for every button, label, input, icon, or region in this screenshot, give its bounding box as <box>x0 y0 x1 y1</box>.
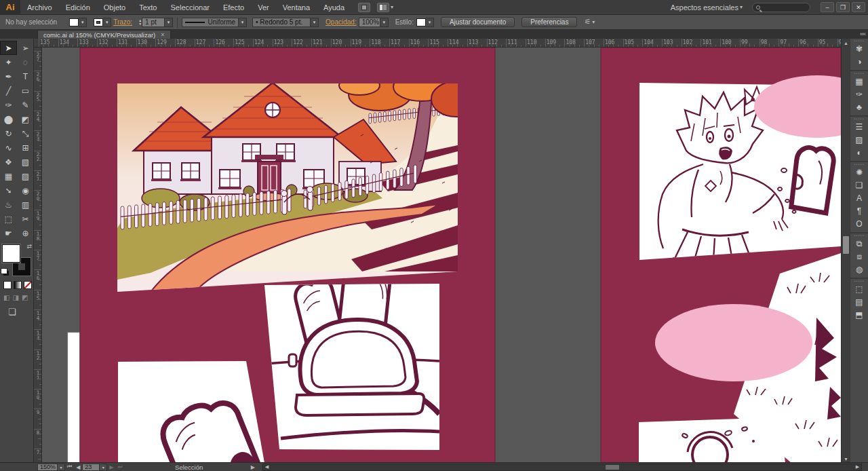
close-button[interactable]: ✕ <box>852 2 865 12</box>
default-fill-stroke-icon[interactable] <box>1 268 7 274</box>
appearance-panel-icon[interactable]: ✺ <box>850 166 868 178</box>
next-artboard-icon[interactable]: ▶ <box>109 464 113 470</box>
gradient-panel-icon[interactable]: ▨ <box>850 133 868 146</box>
pen-tool[interactable]: ✒ <box>0 69 17 83</box>
stroke-color-dropdown[interactable]: ▾ <box>103 18 111 27</box>
toast-panel[interactable] <box>118 361 267 463</box>
zoom-dropdown[interactable]: ▾ <box>58 464 65 471</box>
draw-inside-icon[interactable]: ◩ <box>22 294 28 301</box>
type-tool[interactable]: T <box>17 69 34 83</box>
selection-tool[interactable]: ➤ <box>0 41 17 55</box>
symbol-sprayer-tool[interactable]: ♨ <box>0 197 17 212</box>
live-paint-selection-tool[interactable]: ▧ <box>17 155 34 169</box>
menu-ventana[interactable]: Ventana <box>276 3 317 12</box>
menu-texto[interactable]: Texto <box>132 3 163 12</box>
line-segment-tool[interactable]: ╱ <box>0 83 17 98</box>
menu-archivo[interactable]: Archivo <box>20 3 59 12</box>
pencil-tool[interactable]: ✎ <box>17 98 34 112</box>
speech-bubble-large[interactable] <box>655 304 812 381</box>
fill-proxy-swatch[interactable] <box>2 244 20 263</box>
artboard-dropdown[interactable]: ▾ <box>100 464 107 471</box>
search-input[interactable] <box>752 3 810 12</box>
graphic-styles-panel-icon[interactable]: ❏ <box>850 178 868 191</box>
opentype-panel-icon[interactable]: O <box>850 217 868 230</box>
bottom-right-panel[interactable] <box>639 417 785 463</box>
menu-seleccionar[interactable]: Seleccionar <box>163 3 216 12</box>
control-extra-dropdown[interactable]: ▾ <box>592 19 595 25</box>
brushes-panel-icon[interactable]: ✑ <box>850 88 868 100</box>
last-artboard-icon[interactable]: ⏭ <box>118 464 123 470</box>
stroke-width-field[interactable]: 1 pt <box>142 18 165 27</box>
menu-edición[interactable]: Edición <box>59 3 97 12</box>
menu-ver[interactable]: Ver <box>251 3 276 12</box>
prev-artboard-icon[interactable]: ◀ <box>76 464 80 470</box>
scroll-right-icon[interactable]: ▶ <box>854 464 861 470</box>
none-button[interactable] <box>24 281 32 289</box>
vertical-scrollbar[interactable]: ▲ ▼ <box>841 39 850 463</box>
document-tab[interactable]: comic.ai al 150% (CMYK/Previsualizar) × <box>37 30 171 39</box>
document-canvas[interactable] <box>42 48 841 463</box>
magic-wand-tool[interactable]: ✦ <box>0 55 17 69</box>
direct-selection-tool[interactable]: ➢ <box>17 41 34 55</box>
blend-tool[interactable]: ◉ <box>17 183 34 197</box>
workspace-switcher[interactable]: Aspectos esenciales ▾ <box>671 3 743 12</box>
isolate-selection-icon[interactable]: ⚟ <box>584 18 591 26</box>
menu-ayuda[interactable]: Ayuda <box>317 3 351 12</box>
color-guide-panel-icon[interactable]: ◑ <box>850 55 868 68</box>
slice-tool[interactable]: ✂ <box>17 212 34 226</box>
expand-panels-icon[interactable]: «« <box>860 31 865 37</box>
stroke-panel-icon[interactable]: ☰ <box>850 120 868 133</box>
paragraph-panel-icon[interactable]: ¶ <box>850 204 868 217</box>
tab-close-icon[interactable]: × <box>161 31 164 38</box>
swap-fill-stroke-icon[interactable]: ⇄ <box>26 243 32 250</box>
character-panel-icon[interactable]: A <box>850 191 868 204</box>
fit-document-button[interactable]: Ajustar documento <box>441 17 515 27</box>
zoom-tool[interactable]: ⊕ <box>17 226 34 240</box>
eyedropper-tool[interactable]: ➘ <box>0 183 17 197</box>
opacity-link[interactable]: Opacidad: <box>326 18 357 26</box>
minimize-button[interactable]: – <box>821 2 834 12</box>
restore-button[interactable]: ❐ <box>836 2 850 12</box>
gradient-button[interactable] <box>14 281 22 289</box>
transparency-panel-icon[interactable]: ◐ <box>850 146 868 159</box>
toaster-panel[interactable] <box>264 259 439 450</box>
mesh-tool[interactable]: ▦ <box>0 169 17 183</box>
symbols-panel-icon[interactable]: ♣ <box>850 100 868 113</box>
brush-definition[interactable]: • Redondo 5 pt. <box>252 18 311 27</box>
fill-stroke-control[interactable]: ⇄ <box>2 244 32 276</box>
stroke-width-dropdown[interactable]: ▾ <box>165 18 173 27</box>
swatches-panel-icon[interactable]: ▦ <box>850 75 868 88</box>
stroke-color-swatch[interactable] <box>94 18 103 26</box>
first-artboard-icon[interactable]: ⏮ <box>67 464 72 470</box>
profile-dropdown[interactable]: ▾ <box>239 18 247 27</box>
brush-dropdown[interactable]: ▾ <box>311 18 319 27</box>
screen-mode-button[interactable]: ❏ <box>8 307 33 317</box>
arrange-documents-arrow-icon[interactable]: ▾ <box>391 4 393 10</box>
blob-brush-tool[interactable]: ⬤ <box>0 112 17 126</box>
variable-width-profile[interactable]: Uniforme <box>182 18 239 27</box>
style-dropdown[interactable]: ▾ <box>426 18 434 27</box>
hand-tool[interactable]: ☛ <box>0 226 17 240</box>
scroll-left-icon[interactable]: ◀ <box>263 464 271 470</box>
artboards-panel-icon[interactable]: ⧈ <box>850 250 868 263</box>
opacity-dropdown[interactable]: ▾ <box>380 18 389 27</box>
gradient-tool[interactable]: ▨ <box>17 169 34 183</box>
color-button[interactable] <box>3 281 12 289</box>
zoom-level-field[interactable]: 150% <box>37 464 58 471</box>
fill-color-dropdown[interactable]: ▾ <box>79 18 87 27</box>
rotate-tool[interactable]: ↻ <box>0 126 17 140</box>
arrange-documents-icon[interactable] <box>377 3 389 12</box>
width-tool[interactable]: ∿ <box>0 140 17 155</box>
transform-panel-icon[interactable]: ⬚ <box>850 282 868 295</box>
rectangle-tool[interactable]: ▭ <box>17 83 34 98</box>
color-panel-icon[interactable]: ✾ <box>850 42 868 55</box>
menu-objeto[interactable]: Objeto <box>97 3 132 12</box>
artboard-tool[interactable]: ⬚ <box>0 212 17 226</box>
draw-normal-icon[interactable]: ◧ <box>3 294 9 301</box>
column-graph-tool[interactable]: ▥ <box>17 197 34 212</box>
vertical-scroll-thumb[interactable] <box>843 236 849 254</box>
eraser-tool[interactable]: ◩ <box>17 112 34 126</box>
bridge-icon[interactable] <box>358 3 370 12</box>
align-panel-icon[interactable]: ▤ <box>850 295 868 308</box>
house-panel[interactable] <box>117 73 480 292</box>
